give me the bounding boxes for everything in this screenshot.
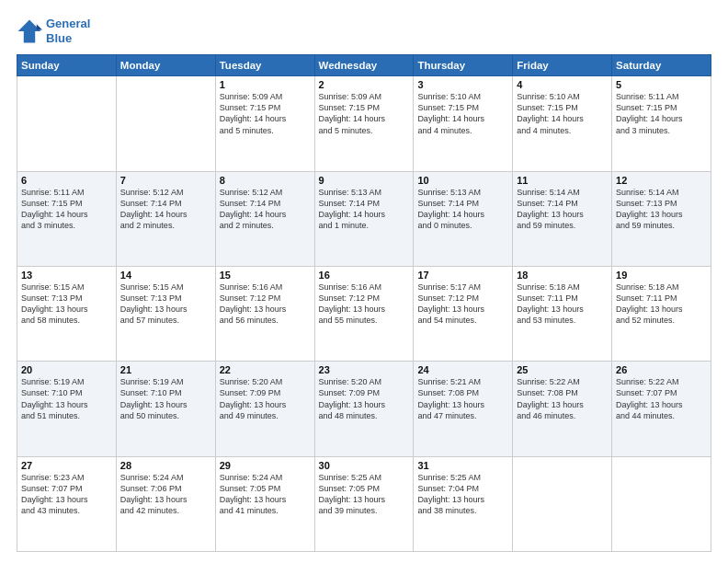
- calendar-week-row: 27Sunrise: 5:23 AM Sunset: 7:07 PM Dayli…: [17, 456, 711, 551]
- day-number: 8: [220, 175, 311, 186]
- day-info: Sunrise: 5:20 AM Sunset: 7:09 PM Dayligh…: [220, 376, 311, 421]
- table-row: 25Sunrise: 5:22 AM Sunset: 7:08 PM Dayli…: [513, 362, 612, 456]
- day-info: Sunrise: 5:15 AM Sunset: 7:13 PM Dayligh…: [21, 282, 112, 327]
- day-info: Sunrise: 5:24 AM Sunset: 7:06 PM Dayligh…: [120, 472, 211, 517]
- table-row: 22Sunrise: 5:20 AM Sunset: 7:09 PM Dayli…: [215, 362, 314, 456]
- table-row: 31Sunrise: 5:25 AM Sunset: 7:04 PM Dayli…: [414, 456, 513, 551]
- day-info: Sunrise: 5:09 AM Sunset: 7:15 PM Dayligh…: [220, 91, 311, 136]
- logo-icon: [17, 18, 42, 44]
- table-row: [612, 456, 711, 551]
- col-saturday: Saturday: [612, 55, 711, 76]
- day-number: 23: [319, 364, 410, 375]
- table-row: 16Sunrise: 5:16 AM Sunset: 7:12 PM Dayli…: [314, 266, 414, 361]
- day-info: Sunrise: 5:25 AM Sunset: 7:05 PM Dayligh…: [319, 472, 410, 517]
- page-header: General Blue: [17, 17, 711, 45]
- day-number: 22: [220, 364, 311, 375]
- calendar-table: Sunday Monday Tuesday Wednesday Thursday…: [17, 54, 711, 552]
- day-info: Sunrise: 5:12 AM Sunset: 7:14 PM Dayligh…: [220, 187, 311, 232]
- day-number: 29: [220, 460, 311, 471]
- day-info: Sunrise: 5:11 AM Sunset: 7:15 PM Dayligh…: [616, 91, 707, 136]
- day-info: Sunrise: 5:14 AM Sunset: 7:13 PM Dayligh…: [616, 187, 707, 232]
- day-number: 19: [616, 270, 707, 281]
- day-info: Sunrise: 5:18 AM Sunset: 7:11 PM Dayligh…: [616, 282, 707, 327]
- day-number: 26: [616, 364, 707, 375]
- table-row: 2Sunrise: 5:09 AM Sunset: 7:15 PM Daylig…: [314, 76, 414, 171]
- day-number: 28: [120, 460, 211, 471]
- day-number: 21: [120, 364, 211, 375]
- day-info: Sunrise: 5:10 AM Sunset: 7:15 PM Dayligh…: [517, 91, 608, 136]
- table-row: 18Sunrise: 5:18 AM Sunset: 7:11 PM Dayli…: [513, 266, 612, 361]
- table-row: 26Sunrise: 5:22 AM Sunset: 7:07 PM Dayli…: [612, 362, 711, 456]
- day-info: Sunrise: 5:19 AM Sunset: 7:10 PM Dayligh…: [21, 376, 112, 421]
- day-number: 16: [319, 270, 410, 281]
- col-thursday: Thursday: [414, 55, 513, 76]
- table-row: [513, 456, 612, 551]
- table-row: 10Sunrise: 5:13 AM Sunset: 7:14 PM Dayli…: [414, 171, 513, 266]
- svg-marker-0: [18, 19, 41, 42]
- day-number: 10: [417, 175, 508, 186]
- day-number: 3: [417, 79, 508, 90]
- day-info: Sunrise: 5:22 AM Sunset: 7:07 PM Dayligh…: [616, 376, 707, 421]
- day-info: Sunrise: 5:15 AM Sunset: 7:13 PM Dayligh…: [120, 282, 211, 327]
- table-row: 24Sunrise: 5:21 AM Sunset: 7:08 PM Dayli…: [414, 362, 513, 456]
- table-row: 1Sunrise: 5:09 AM Sunset: 7:15 PM Daylig…: [215, 76, 314, 171]
- col-tuesday: Tuesday: [215, 55, 314, 76]
- table-row: 19Sunrise: 5:18 AM Sunset: 7:11 PM Dayli…: [612, 266, 711, 361]
- table-row: 15Sunrise: 5:16 AM Sunset: 7:12 PM Dayli…: [215, 266, 314, 361]
- table-row: 6Sunrise: 5:11 AM Sunset: 7:15 PM Daylig…: [17, 171, 117, 266]
- table-row: 5Sunrise: 5:11 AM Sunset: 7:15 PM Daylig…: [612, 76, 711, 171]
- day-number: 4: [517, 79, 608, 90]
- logo-text: General Blue: [46, 17, 90, 45]
- day-info: Sunrise: 5:23 AM Sunset: 7:07 PM Dayligh…: [21, 472, 112, 517]
- day-info: Sunrise: 5:24 AM Sunset: 7:05 PM Dayligh…: [220, 472, 311, 517]
- calendar-week-row: 13Sunrise: 5:15 AM Sunset: 7:13 PM Dayli…: [17, 266, 711, 361]
- table-row: 23Sunrise: 5:20 AM Sunset: 7:09 PM Dayli…: [314, 362, 414, 456]
- col-wednesday: Wednesday: [314, 55, 414, 76]
- table-row: 20Sunrise: 5:19 AM Sunset: 7:10 PM Dayli…: [17, 362, 117, 456]
- table-row: [17, 76, 117, 171]
- day-number: 30: [319, 460, 410, 471]
- day-info: Sunrise: 5:20 AM Sunset: 7:09 PM Dayligh…: [319, 376, 410, 421]
- col-monday: Monday: [116, 55, 215, 76]
- col-sunday: Sunday: [17, 55, 117, 76]
- table-row: 17Sunrise: 5:17 AM Sunset: 7:12 PM Dayli…: [414, 266, 513, 361]
- day-info: Sunrise: 5:22 AM Sunset: 7:08 PM Dayligh…: [517, 376, 608, 421]
- col-friday: Friday: [513, 55, 612, 76]
- day-info: Sunrise: 5:21 AM Sunset: 7:08 PM Dayligh…: [417, 376, 508, 421]
- day-info: Sunrise: 5:11 AM Sunset: 7:15 PM Dayligh…: [21, 187, 112, 232]
- table-row: 9Sunrise: 5:13 AM Sunset: 7:14 PM Daylig…: [314, 171, 414, 266]
- day-info: Sunrise: 5:17 AM Sunset: 7:12 PM Dayligh…: [417, 282, 508, 327]
- day-number: 24: [417, 364, 508, 375]
- day-info: Sunrise: 5:16 AM Sunset: 7:12 PM Dayligh…: [319, 282, 410, 327]
- logo: General Blue: [17, 17, 90, 45]
- day-info: Sunrise: 5:09 AM Sunset: 7:15 PM Dayligh…: [319, 91, 410, 136]
- day-number: 20: [21, 364, 112, 375]
- day-number: 2: [319, 79, 410, 90]
- calendar-week-row: 20Sunrise: 5:19 AM Sunset: 7:10 PM Dayli…: [17, 362, 711, 456]
- day-info: Sunrise: 5:10 AM Sunset: 7:15 PM Dayligh…: [417, 91, 508, 136]
- day-info: Sunrise: 5:18 AM Sunset: 7:11 PM Dayligh…: [517, 282, 608, 327]
- calendar-week-row: 1Sunrise: 5:09 AM Sunset: 7:15 PM Daylig…: [17, 76, 711, 171]
- day-info: Sunrise: 5:25 AM Sunset: 7:04 PM Dayligh…: [417, 472, 508, 517]
- table-row: 7Sunrise: 5:12 AM Sunset: 7:14 PM Daylig…: [116, 171, 215, 266]
- table-row: [116, 76, 215, 171]
- day-number: 13: [21, 270, 112, 281]
- table-row: 14Sunrise: 5:15 AM Sunset: 7:13 PM Dayli…: [116, 266, 215, 361]
- day-number: 17: [417, 270, 508, 281]
- table-row: 11Sunrise: 5:14 AM Sunset: 7:14 PM Dayli…: [513, 171, 612, 266]
- table-row: 13Sunrise: 5:15 AM Sunset: 7:13 PM Dayli…: [17, 266, 117, 361]
- day-info: Sunrise: 5:13 AM Sunset: 7:14 PM Dayligh…: [417, 187, 508, 232]
- calendar-week-row: 6Sunrise: 5:11 AM Sunset: 7:15 PM Daylig…: [17, 171, 711, 266]
- table-row: 21Sunrise: 5:19 AM Sunset: 7:10 PM Dayli…: [116, 362, 215, 456]
- day-number: 6: [21, 175, 112, 186]
- table-row: 12Sunrise: 5:14 AM Sunset: 7:13 PM Dayli…: [612, 171, 711, 266]
- day-info: Sunrise: 5:19 AM Sunset: 7:10 PM Dayligh…: [120, 376, 211, 421]
- table-row: 4Sunrise: 5:10 AM Sunset: 7:15 PM Daylig…: [513, 76, 612, 171]
- day-info: Sunrise: 5:13 AM Sunset: 7:14 PM Dayligh…: [319, 187, 410, 232]
- day-number: 5: [616, 79, 707, 90]
- day-number: 1: [220, 79, 311, 90]
- calendar-header-row: Sunday Monday Tuesday Wednesday Thursday…: [17, 55, 711, 76]
- day-number: 11: [517, 175, 608, 186]
- table-row: 3Sunrise: 5:10 AM Sunset: 7:15 PM Daylig…: [414, 76, 513, 171]
- day-info: Sunrise: 5:14 AM Sunset: 7:14 PM Dayligh…: [517, 187, 608, 232]
